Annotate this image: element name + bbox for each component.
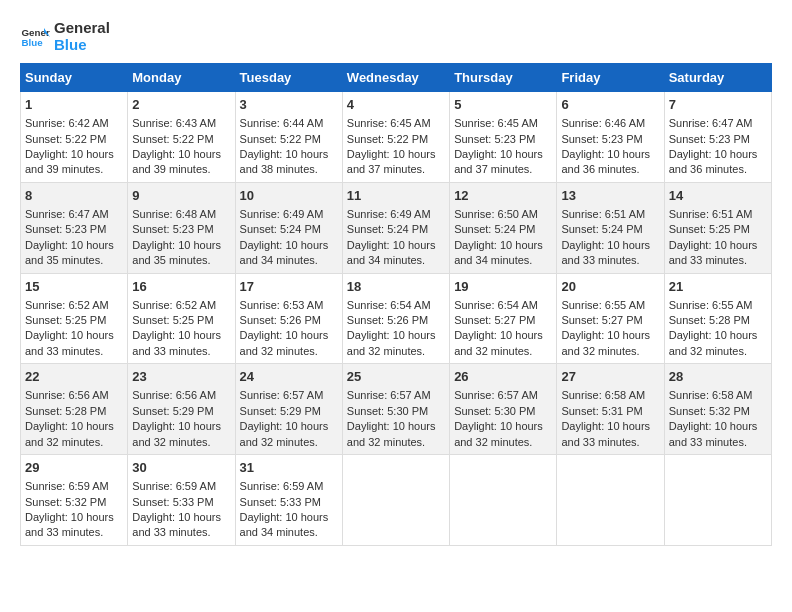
calendar-cell: 18Sunrise: 6:54 AM Sunset: 5:26 PM Dayli… xyxy=(342,273,449,364)
week-row-1: 1Sunrise: 6:42 AM Sunset: 5:22 PM Daylig… xyxy=(21,92,772,183)
day-number: 27 xyxy=(561,368,659,386)
day-info: Sunrise: 6:49 AM Sunset: 5:24 PM Dayligh… xyxy=(240,208,329,266)
calendar-cell: 28Sunrise: 6:58 AM Sunset: 5:32 PM Dayli… xyxy=(664,364,771,455)
day-info: Sunrise: 6:57 AM Sunset: 5:30 PM Dayligh… xyxy=(454,389,543,447)
calendar-cell: 11Sunrise: 6:49 AM Sunset: 5:24 PM Dayli… xyxy=(342,182,449,273)
day-number: 18 xyxy=(347,278,445,296)
calendar-cell: 25Sunrise: 6:57 AM Sunset: 5:30 PM Dayli… xyxy=(342,364,449,455)
day-info: Sunrise: 6:59 AM Sunset: 5:32 PM Dayligh… xyxy=(25,480,114,538)
calendar-cell: 2Sunrise: 6:43 AM Sunset: 5:22 PM Daylig… xyxy=(128,92,235,183)
day-number: 1 xyxy=(25,96,123,114)
day-info: Sunrise: 6:47 AM Sunset: 5:23 PM Dayligh… xyxy=(669,117,758,175)
calendar-cell xyxy=(664,455,771,546)
calendar-cell: 8Sunrise: 6:47 AM Sunset: 5:23 PM Daylig… xyxy=(21,182,128,273)
header-wednesday: Wednesday xyxy=(342,64,449,92)
day-number: 29 xyxy=(25,459,123,477)
day-info: Sunrise: 6:45 AM Sunset: 5:23 PM Dayligh… xyxy=(454,117,543,175)
calendar-cell: 22Sunrise: 6:56 AM Sunset: 5:28 PM Dayli… xyxy=(21,364,128,455)
day-number: 10 xyxy=(240,187,338,205)
header-thursday: Thursday xyxy=(450,64,557,92)
day-info: Sunrise: 6:54 AM Sunset: 5:27 PM Dayligh… xyxy=(454,299,543,357)
day-number: 14 xyxy=(669,187,767,205)
day-number: 9 xyxy=(132,187,230,205)
day-info: Sunrise: 6:54 AM Sunset: 5:26 PM Dayligh… xyxy=(347,299,436,357)
day-info: Sunrise: 6:43 AM Sunset: 5:22 PM Dayligh… xyxy=(132,117,221,175)
day-number: 23 xyxy=(132,368,230,386)
week-row-4: 22Sunrise: 6:56 AM Sunset: 5:28 PM Dayli… xyxy=(21,364,772,455)
day-number: 21 xyxy=(669,278,767,296)
header-row: SundayMondayTuesdayWednesdayThursdayFrid… xyxy=(21,64,772,92)
calendar-cell: 10Sunrise: 6:49 AM Sunset: 5:24 PM Dayli… xyxy=(235,182,342,273)
logo-blue: Blue xyxy=(54,37,110,54)
week-row-5: 29Sunrise: 6:59 AM Sunset: 5:32 PM Dayli… xyxy=(21,455,772,546)
day-number: 24 xyxy=(240,368,338,386)
logo: General Blue General Blue xyxy=(20,20,110,53)
day-number: 30 xyxy=(132,459,230,477)
day-info: Sunrise: 6:47 AM Sunset: 5:23 PM Dayligh… xyxy=(25,208,114,266)
calendar-cell: 3Sunrise: 6:44 AM Sunset: 5:22 PM Daylig… xyxy=(235,92,342,183)
day-info: Sunrise: 6:50 AM Sunset: 5:24 PM Dayligh… xyxy=(454,208,543,266)
day-info: Sunrise: 6:59 AM Sunset: 5:33 PM Dayligh… xyxy=(240,480,329,538)
day-number: 4 xyxy=(347,96,445,114)
day-number: 2 xyxy=(132,96,230,114)
day-number: 16 xyxy=(132,278,230,296)
calendar-cell: 5Sunrise: 6:45 AM Sunset: 5:23 PM Daylig… xyxy=(450,92,557,183)
calendar-cell: 16Sunrise: 6:52 AM Sunset: 5:25 PM Dayli… xyxy=(128,273,235,364)
calendar-cell: 17Sunrise: 6:53 AM Sunset: 5:26 PM Dayli… xyxy=(235,273,342,364)
day-number: 5 xyxy=(454,96,552,114)
day-info: Sunrise: 6:49 AM Sunset: 5:24 PM Dayligh… xyxy=(347,208,436,266)
day-number: 22 xyxy=(25,368,123,386)
day-number: 3 xyxy=(240,96,338,114)
day-info: Sunrise: 6:52 AM Sunset: 5:25 PM Dayligh… xyxy=(25,299,114,357)
day-number: 6 xyxy=(561,96,659,114)
day-info: Sunrise: 6:58 AM Sunset: 5:31 PM Dayligh… xyxy=(561,389,650,447)
calendar-cell: 4Sunrise: 6:45 AM Sunset: 5:22 PM Daylig… xyxy=(342,92,449,183)
calendar-cell: 7Sunrise: 6:47 AM Sunset: 5:23 PM Daylig… xyxy=(664,92,771,183)
calendar-cell: 31Sunrise: 6:59 AM Sunset: 5:33 PM Dayli… xyxy=(235,455,342,546)
day-number: 19 xyxy=(454,278,552,296)
calendar-cell: 6Sunrise: 6:46 AM Sunset: 5:23 PM Daylig… xyxy=(557,92,664,183)
day-info: Sunrise: 6:51 AM Sunset: 5:25 PM Dayligh… xyxy=(669,208,758,266)
header-saturday: Saturday xyxy=(664,64,771,92)
calendar-cell: 12Sunrise: 6:50 AM Sunset: 5:24 PM Dayli… xyxy=(450,182,557,273)
calendar-body: 1Sunrise: 6:42 AM Sunset: 5:22 PM Daylig… xyxy=(21,92,772,546)
header-monday: Monday xyxy=(128,64,235,92)
calendar-cell: 30Sunrise: 6:59 AM Sunset: 5:33 PM Dayli… xyxy=(128,455,235,546)
day-info: Sunrise: 6:56 AM Sunset: 5:29 PM Dayligh… xyxy=(132,389,221,447)
day-number: 31 xyxy=(240,459,338,477)
day-info: Sunrise: 6:55 AM Sunset: 5:27 PM Dayligh… xyxy=(561,299,650,357)
day-info: Sunrise: 6:56 AM Sunset: 5:28 PM Dayligh… xyxy=(25,389,114,447)
week-row-3: 15Sunrise: 6:52 AM Sunset: 5:25 PM Dayli… xyxy=(21,273,772,364)
calendar-cell: 15Sunrise: 6:52 AM Sunset: 5:25 PM Dayli… xyxy=(21,273,128,364)
calendar-cell: 24Sunrise: 6:57 AM Sunset: 5:29 PM Dayli… xyxy=(235,364,342,455)
calendar-cell xyxy=(450,455,557,546)
day-info: Sunrise: 6:57 AM Sunset: 5:30 PM Dayligh… xyxy=(347,389,436,447)
header-sunday: Sunday xyxy=(21,64,128,92)
calendar-cell: 21Sunrise: 6:55 AM Sunset: 5:28 PM Dayli… xyxy=(664,273,771,364)
day-number: 26 xyxy=(454,368,552,386)
logo-icon: General Blue xyxy=(20,22,50,52)
day-info: Sunrise: 6:53 AM Sunset: 5:26 PM Dayligh… xyxy=(240,299,329,357)
day-info: Sunrise: 6:45 AM Sunset: 5:22 PM Dayligh… xyxy=(347,117,436,175)
header: General Blue General Blue xyxy=(20,20,772,53)
day-info: Sunrise: 6:48 AM Sunset: 5:23 PM Dayligh… xyxy=(132,208,221,266)
calendar-header: SundayMondayTuesdayWednesdayThursdayFrid… xyxy=(21,64,772,92)
calendar-cell xyxy=(557,455,664,546)
day-number: 25 xyxy=(347,368,445,386)
day-info: Sunrise: 6:46 AM Sunset: 5:23 PM Dayligh… xyxy=(561,117,650,175)
day-info: Sunrise: 6:59 AM Sunset: 5:33 PM Dayligh… xyxy=(132,480,221,538)
day-info: Sunrise: 6:44 AM Sunset: 5:22 PM Dayligh… xyxy=(240,117,329,175)
calendar-cell: 29Sunrise: 6:59 AM Sunset: 5:32 PM Dayli… xyxy=(21,455,128,546)
day-info: Sunrise: 6:51 AM Sunset: 5:24 PM Dayligh… xyxy=(561,208,650,266)
day-number: 11 xyxy=(347,187,445,205)
week-row-2: 8Sunrise: 6:47 AM Sunset: 5:23 PM Daylig… xyxy=(21,182,772,273)
calendar-cell: 9Sunrise: 6:48 AM Sunset: 5:23 PM Daylig… xyxy=(128,182,235,273)
day-number: 17 xyxy=(240,278,338,296)
calendar-cell: 23Sunrise: 6:56 AM Sunset: 5:29 PM Dayli… xyxy=(128,364,235,455)
calendar-cell: 1Sunrise: 6:42 AM Sunset: 5:22 PM Daylig… xyxy=(21,92,128,183)
day-number: 28 xyxy=(669,368,767,386)
day-info: Sunrise: 6:57 AM Sunset: 5:29 PM Dayligh… xyxy=(240,389,329,447)
day-number: 15 xyxy=(25,278,123,296)
day-number: 20 xyxy=(561,278,659,296)
day-number: 13 xyxy=(561,187,659,205)
